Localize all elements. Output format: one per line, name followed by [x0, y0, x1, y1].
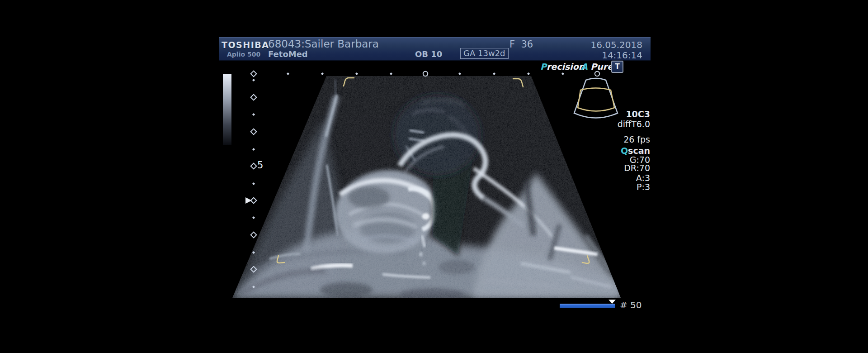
toshiba-logo: TOSHIBA	[222, 40, 269, 50]
patient-id-name: 68043:Sailer Barbara	[268, 38, 379, 50]
width-ruler	[251, 71, 600, 77]
ultrasound-screen: { "header": { "brand": "TOSHIBA", "model…	[0, 0, 868, 353]
exam-time: 14:16:14	[602, 50, 642, 61]
patient-header-bar: TOSHIBA 68043:Sailer Barbara F 36 16.05.…	[219, 37, 651, 60]
progress-pointer-icon[interactable]	[609, 300, 616, 304]
precision-mode-label: Precision	[540, 62, 585, 72]
probe-label: 10C3	[583, 109, 650, 119]
thermal-index-label: diffT6.0	[583, 119, 650, 129]
touch-key-button[interactable]: T	[611, 61, 623, 73]
p-value: P:3	[583, 182, 650, 192]
focus-arrow-icon[interactable]	[245, 197, 252, 204]
patient-sex-age: F 36	[509, 39, 533, 50]
depth-5cm-label: 5	[257, 160, 263, 171]
grayscale-bar	[223, 74, 231, 145]
apure-mode-label: A Pure	[581, 62, 613, 72]
a-value: A:3	[583, 173, 650, 183]
preset-name: FetoMed	[268, 49, 308, 59]
cine-progress-bar[interactable]	[560, 300, 616, 308]
qscan-label: Qscan	[583, 146, 650, 156]
frame-rate-label: 26 fps	[583, 134, 650, 144]
exam-type: OB 10	[415, 49, 442, 59]
exam-date: 16.05.2018	[590, 39, 642, 50]
frame-counter: # 50	[620, 300, 642, 310]
machine-model: Aplio 500	[227, 51, 260, 58]
dynamic-range-value: DR:70	[583, 163, 650, 173]
gestational-age-badge: GA 13w2d	[460, 48, 509, 59]
